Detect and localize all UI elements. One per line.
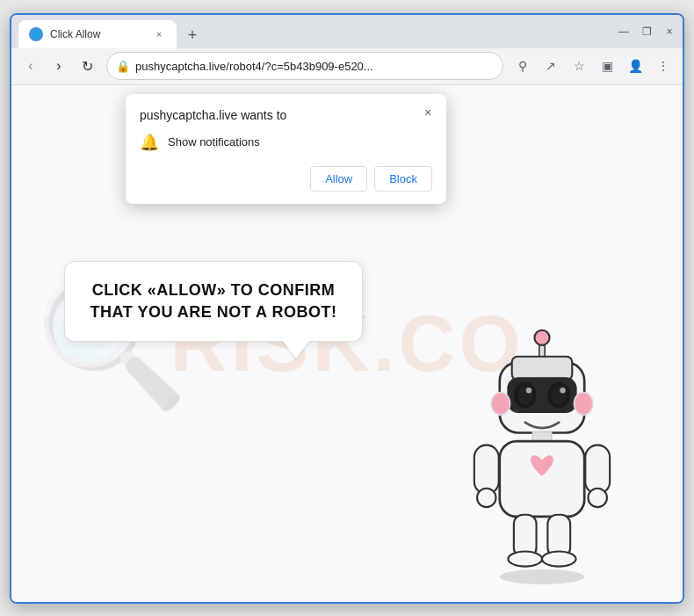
- svg-point-22: [542, 551, 576, 566]
- popup-title: pushycaptcha.live wants to: [140, 108, 432, 122]
- svg-point-20: [508, 551, 542, 566]
- window-close-button[interactable]: ×: [663, 25, 676, 38]
- security-icon: 🔒: [116, 60, 130, 73]
- bell-icon: 🔔: [140, 133, 159, 152]
- url-text: pushycaptcha.live/robot4/?c=5b43b909-e52…: [135, 60, 494, 73]
- popup-close-button[interactable]: ×: [418, 103, 437, 122]
- title-bar: 🌐 Click Allow × + — ❐ ×: [11, 15, 683, 48]
- reload-button[interactable]: ↻: [75, 54, 99, 78]
- maximize-button[interactable]: ❐: [640, 25, 653, 38]
- svg-rect-14: [500, 441, 584, 517]
- bubble-text: CLICK «ALLOW» TO CONFIRM THAT YOU ARE NO…: [86, 279, 341, 323]
- page-content: 🔍 RISK.CO × pushycaptcha.live wants to 🔔…: [11, 85, 683, 602]
- popup-buttons: Allow Block: [140, 166, 432, 192]
- forward-button[interactable]: ›: [47, 54, 71, 78]
- svg-point-18: [589, 488, 607, 506]
- extensions-icon[interactable]: ▣: [595, 54, 619, 78]
- allow-button[interactable]: Allow: [310, 166, 367, 192]
- new-tab-button[interactable]: +: [180, 24, 205, 48]
- svg-point-12: [574, 392, 592, 415]
- robot-svg: [445, 321, 639, 584]
- bookmark-icon[interactable]: ☆: [567, 54, 591, 78]
- notification-popup: × pushycaptcha.live wants to 🔔 Show noti…: [126, 94, 446, 204]
- tab-close-button[interactable]: ×: [152, 27, 166, 41]
- robot-character: [445, 321, 639, 584]
- svg-rect-3: [512, 356, 573, 380]
- minimize-button[interactable]: —: [618, 25, 630, 38]
- window-controls: — ❐ ×: [618, 25, 676, 38]
- svg-point-9: [526, 388, 531, 393]
- address-bar[interactable]: 🔒 pushycaptcha.live/robot4/?c=5b43b909-e…: [106, 52, 503, 80]
- search-icon[interactable]: ⚲: [510, 54, 535, 78]
- tab-area: 🌐 Click Allow × +: [18, 15, 607, 48]
- svg-point-10: [560, 388, 565, 393]
- browser-window: 🌐 Click Allow × + — ❐ × ‹ › ↻ 🔒 pushycap…: [10, 13, 684, 604]
- svg-rect-17: [585, 445, 610, 494]
- svg-point-23: [500, 569, 584, 583]
- nav-bar: ‹ › ↻ 🔒 pushycaptcha.live/robot4/?c=5b43…: [11, 48, 683, 85]
- tab-title: Click Allow: [50, 28, 145, 40]
- speech-bubble: CLICK «ALLOW» TO CONFIRM THAT YOU ARE NO…: [64, 261, 363, 342]
- menu-icon[interactable]: ⋮: [651, 54, 676, 78]
- share-icon[interactable]: ↗: [539, 54, 563, 78]
- tab-favicon: 🌐: [29, 27, 43, 41]
- popup-notification-row: 🔔 Show notifications: [140, 133, 432, 152]
- popup-notification-label: Show notifications: [168, 135, 260, 149]
- nav-icons: ⚲ ↗ ☆ ▣ 👤 ⋮: [510, 54, 676, 78]
- back-button[interactable]: ‹: [18, 54, 43, 78]
- svg-point-11: [491, 392, 510, 415]
- browser-tab[interactable]: 🌐 Click Allow ×: [18, 20, 177, 48]
- svg-point-0: [534, 330, 549, 344]
- block-button[interactable]: Block: [374, 166, 432, 192]
- svg-point-16: [477, 488, 495, 506]
- svg-rect-15: [474, 445, 499, 494]
- profile-icon[interactable]: 👤: [623, 54, 647, 78]
